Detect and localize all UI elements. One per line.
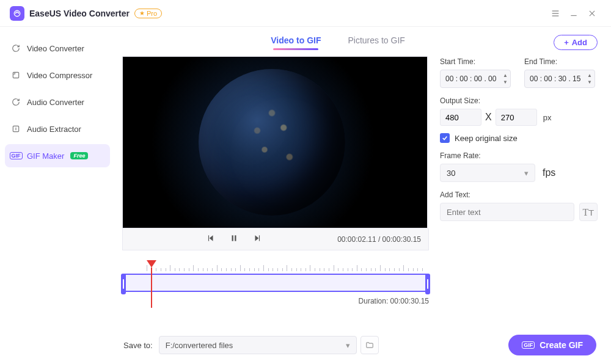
fps-label: fps <box>543 167 555 178</box>
range-track[interactable] <box>122 274 429 292</box>
video-preview[interactable] <box>122 56 428 228</box>
svg-rect-7 <box>13 72 18 78</box>
text-style-button[interactable]: Tᴛ <box>579 203 598 221</box>
free-badge: Free <box>70 152 88 159</box>
width-input[interactable] <box>440 109 481 126</box>
chevron-down-icon: ▾ <box>524 169 529 178</box>
tab-pictures-to-gif[interactable]: Pictures to GIF <box>348 35 404 49</box>
end-time-input[interactable]: 00 : 00 : 30 . 15▲▼ <box>524 70 595 88</box>
next-icon[interactable] <box>253 234 262 245</box>
timeline-ticks <box>147 265 426 271</box>
svg-rect-11 <box>208 235 208 241</box>
range-end-handle[interactable] <box>425 274 430 294</box>
sidebar-item-label: Video Compressor <box>27 71 92 80</box>
sidebar-item-label: Video Converter <box>27 44 84 53</box>
range-start-handle[interactable] <box>121 274 126 294</box>
output-size-label: Output Size: <box>440 96 598 105</box>
menu-icon[interactable] <box>546 4 565 23</box>
playhead[interactable] <box>147 260 156 308</box>
close-icon[interactable] <box>583 4 601 23</box>
spin-down-icon[interactable]: ▼ <box>503 79 508 86</box>
tab-video-to-gif[interactable]: Video to GIF <box>271 35 321 49</box>
title-bar: EaseUS Video Converter Pro <box>0 0 611 27</box>
svg-marker-14 <box>255 235 258 241</box>
sidebar-item-gif-maker[interactable]: GIF GIF Maker Free <box>5 144 110 167</box>
spin-down-icon[interactable]: ▼ <box>587 79 592 86</box>
sidebar-item-label: Audio Extractor <box>27 125 81 134</box>
save-to-label: Save to: <box>123 341 153 350</box>
open-folder-button[interactable] <box>360 336 379 354</box>
sidebar-item-label: GIF Maker <box>27 151 64 161</box>
app-title: EaseUS Video Converter <box>29 9 130 18</box>
duration-display: Duration: 00:00:30.15 <box>122 297 429 305</box>
audio-convert-icon <box>11 98 21 106</box>
px-label: px <box>543 113 552 122</box>
save-path-select[interactable]: F:/convertered files▾ <box>159 336 357 354</box>
time-display: 00:00:02.11 / 00:00:30.15 <box>337 235 421 244</box>
spin-up-icon[interactable]: ▲ <box>503 72 508 79</box>
end-time-label: End Time: <box>524 57 595 66</box>
extract-icon <box>11 125 21 133</box>
frame-rate-select[interactable]: 30▾ <box>440 164 535 182</box>
globe-frame <box>199 69 345 216</box>
x-label: X <box>485 112 492 123</box>
svg-point-0 <box>14 10 20 16</box>
start-time-label: Start Time: <box>440 57 511 66</box>
minimize-icon[interactable] <box>565 4 583 23</box>
app-logo-icon <box>10 6 24 21</box>
compress-icon <box>11 71 21 79</box>
player-controls: 00:00:02.11 / 00:00:30.15 <box>122 228 429 250</box>
pause-icon[interactable] <box>230 234 238 245</box>
height-input[interactable] <box>496 109 537 126</box>
add-text-input[interactable] <box>440 203 574 221</box>
sidebar-item-label: Audio Converter <box>27 98 84 107</box>
svg-rect-12 <box>232 235 233 241</box>
prev-icon[interactable] <box>207 234 215 245</box>
refresh-icon <box>11 44 21 53</box>
svg-rect-13 <box>235 235 236 241</box>
sidebar: Video Converter Video Compressor Audio C… <box>0 27 115 364</box>
gif-icon: GIF <box>11 152 21 159</box>
sidebar-item-video-compressor[interactable]: Video Compressor <box>5 64 110 87</box>
pro-badge: Pro <box>134 9 162 18</box>
create-gif-button[interactable]: GIFCreate GIF <box>508 335 596 355</box>
frame-rate-label: Frame Rate: <box>440 151 598 160</box>
svg-rect-15 <box>258 235 259 241</box>
add-button[interactable]: +Add <box>554 35 598 50</box>
spin-up-icon[interactable]: ▲ <box>587 72 592 79</box>
keep-size-label: Keep original size <box>455 134 518 143</box>
keep-size-checkbox[interactable] <box>440 133 450 143</box>
add-text-label: Add Text: <box>440 191 598 199</box>
sidebar-item-audio-extractor[interactable]: Audio Extractor <box>5 117 110 140</box>
svg-marker-10 <box>209 235 213 241</box>
gif-icon: GIF <box>522 341 535 349</box>
plus-icon: + <box>564 38 569 47</box>
chevron-down-icon: ▾ <box>346 341 350 350</box>
sidebar-item-video-converter[interactable]: Video Converter <box>5 37 110 60</box>
start-time-input[interactable]: 00 : 00 : 00 . 00▲▼ <box>440 70 511 88</box>
sidebar-item-audio-converter[interactable]: Audio Converter <box>5 90 110 114</box>
timeline: Duration: 00:00:30.15 <box>122 265 429 305</box>
